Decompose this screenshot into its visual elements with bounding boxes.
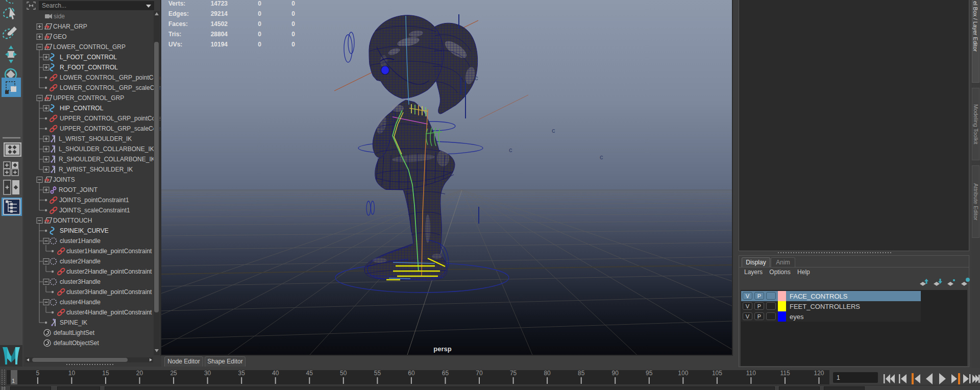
svg-text:10194: 10194 (211, 41, 228, 48)
svg-text:5: 5 (36, 370, 40, 377)
svg-text:65: 65 (442, 370, 449, 377)
svg-text:1: 1 (12, 378, 15, 384)
svg-text:R_WRIST_SHOULDER_IK: R_WRIST_SHOULDER_IK (59, 166, 133, 173)
svg-text:LOWER_CONTROL_GRP_pointCons: LOWER_CONTROL_GRP_pointCons (60, 74, 161, 81)
svg-text:0: 0 (291, 10, 295, 17)
svg-text:JOINTS_scaleConstraint1: JOINTS_scaleConstraint1 (59, 207, 130, 214)
svg-text:14502: 14502 (211, 20, 228, 28)
svg-text:0: 0 (258, 20, 261, 28)
svg-text:20: 20 (136, 370, 143, 377)
svg-text:100: 100 (678, 370, 688, 377)
svg-text:0: 0 (291, 0, 295, 7)
svg-text:side: side (54, 13, 65, 20)
svg-text:UVs:: UVs: (168, 41, 182, 48)
svg-text:15: 15 (102, 370, 109, 377)
svg-text:JOINTS: JOINTS (53, 176, 75, 183)
svg-text:cluster3Handle_pointConstraint: cluster3Handle_pointConstraint (66, 288, 152, 296)
svg-text:0: 0 (258, 10, 261, 17)
svg-text:cluster1Handle: cluster1Handle (60, 237, 101, 245)
svg-text:25: 25 (170, 370, 177, 377)
svg-text:50: 50 (340, 370, 347, 377)
svg-text:35: 35 (238, 370, 246, 377)
svg-text:HIP_CONTROL: HIP_CONTROL (60, 105, 104, 112)
svg-text:SPINEIK_CURVE: SPINEIK_CURVE (60, 227, 109, 234)
svg-text:0: 0 (258, 31, 261, 38)
svg-text:80: 80 (544, 370, 551, 377)
svg-text:L_FOOT_CONTROL: L_FOOT_CONTROL (60, 54, 117, 61)
svg-text:cluster1Handle_pointConstraint: cluster1Handle_pointConstraint (66, 248, 152, 255)
svg-text:1: 1 (837, 374, 840, 381)
svg-text:ROOT_JOINT: ROOT_JOINT (59, 186, 98, 193)
svg-text:60: 60 (408, 370, 415, 377)
svg-text:JOINTS_pointConstraint1: JOINTS_pointConstraint1 (59, 197, 129, 204)
svg-text:29214: 29214 (211, 10, 228, 17)
svg-text:R_SHOULDER_COLLARBONE_IK: R_SHOULDER_COLLARBONE_IK (59, 156, 155, 163)
svg-text:28804: 28804 (211, 31, 228, 38)
svg-text:cluster4Handle_pointConstraint: cluster4Handle_pointConstraint (66, 309, 152, 316)
svg-text:c: c (509, 146, 512, 154)
svg-text:LOWER_CONTROL_GRP: LOWER_CONTROL_GRP (53, 43, 126, 51)
svg-text:c: c (475, 74, 478, 82)
svg-text:40: 40 (272, 370, 279, 377)
svg-text:cluster2Handle_pointConstraint: cluster2Handle_pointConstraint (66, 268, 152, 275)
svg-text:defaultLightSet: defaultLightSet (54, 329, 95, 336)
svg-text:120: 120 (814, 370, 824, 377)
svg-text:0: 0 (291, 31, 295, 38)
svg-text:0: 0 (258, 0, 261, 7)
svg-text:persp: persp (433, 345, 451, 353)
svg-text:cluster3Handle: cluster3Handle (60, 278, 101, 285)
svg-text:Edges:: Edges: (168, 10, 189, 17)
svg-text:115: 115 (780, 370, 790, 377)
svg-text:L_SHOULDER_COLLARBONE_IK: L_SHOULDER_COLLARBONE_IK (59, 145, 154, 153)
svg-text:0: 0 (291, 41, 295, 48)
svg-text:75: 75 (510, 370, 517, 377)
svg-text:cluster2Handle: cluster2Handle (60, 258, 101, 265)
svg-text:CHAR_GRP: CHAR_GRP (53, 23, 87, 30)
svg-text:85: 85 (578, 370, 585, 377)
svg-text:0: 0 (258, 41, 261, 48)
svg-text:DONTTOUCH: DONTTOUCH (53, 217, 92, 224)
svg-text:Faces:: Faces: (168, 20, 188, 28)
svg-text:R_FOOT_CONTROL: R_FOOT_CONTROL (60, 64, 118, 71)
svg-text:110: 110 (746, 370, 756, 377)
svg-text:SPINE_IK: SPINE_IK (60, 319, 87, 326)
svg-text:70: 70 (476, 370, 483, 377)
svg-text:10: 10 (68, 370, 76, 377)
svg-text:90: 90 (612, 370, 619, 377)
svg-text:0: 0 (291, 20, 295, 28)
svg-text:Tris:: Tris: (168, 31, 181, 38)
svg-text:45: 45 (306, 370, 313, 377)
svg-text:105: 105 (712, 370, 722, 377)
svg-text:cluster4Handle: cluster4Handle (60, 299, 101, 306)
svg-text:defaultObjectSet: defaultObjectSet (54, 339, 99, 347)
svg-text:UPPER_CONTROL_GRP: UPPER_CONTROL_GRP (53, 94, 124, 102)
svg-text:LOWER_CONTROL_GRP_scaleConst: LOWER_CONTROL_GRP_scaleConst (60, 84, 161, 91)
svg-text:55: 55 (374, 370, 381, 377)
svg-text:GEO: GEO (53, 33, 67, 40)
svg-text:c: c (552, 127, 555, 134)
svg-text:14723: 14723 (211, 0, 228, 7)
svg-text:30: 30 (204, 370, 211, 377)
svg-text:UPPER_CONTROL_GRP_scaleConstr: UPPER_CONTROL_GRP_scaleConstr (60, 125, 161, 132)
svg-text:Verts:: Verts: (168, 0, 185, 7)
svg-text:UPPER_CONTROL_GRP_pointConst: UPPER_CONTROL_GRP_pointConst (60, 115, 161, 122)
svg-text:95: 95 (646, 370, 653, 377)
svg-text:c: c (600, 153, 603, 161)
svg-text:L_WRIST_SHOULDER_IK: L_WRIST_SHOULDER_IK (59, 135, 132, 142)
